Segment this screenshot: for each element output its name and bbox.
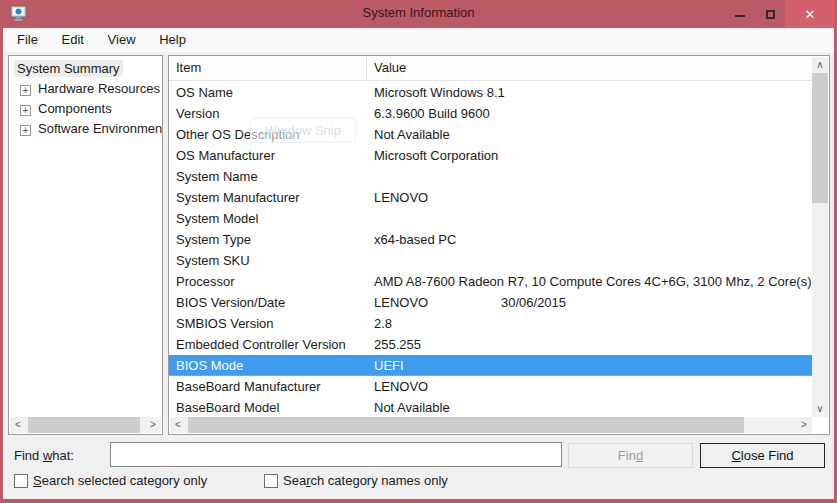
find-button[interactable]: Find — [568, 443, 693, 468]
row-value: Not Available — [374, 124, 450, 145]
list-row[interactable]: System Type x64-based PC — [169, 229, 812, 250]
scroll-up-icon[interactable]: ∧ — [812, 57, 828, 73]
list-row[interactable]: System SKU — [169, 250, 812, 271]
expand-plus-icon[interactable]: + — [20, 105, 31, 116]
list-row[interactable]: Version 6.3.9600 Build 9600 — [169, 103, 812, 124]
row-item-label: System Name — [176, 166, 258, 187]
scrollbar-thumb[interactable] — [28, 417, 140, 433]
scroll-left-icon[interactable]: < — [170, 417, 186, 433]
list-row[interactable]: BaseBoard Manufacturer LENOVO — [169, 376, 812, 397]
row-value: Not Available — [374, 397, 450, 418]
menu-help[interactable]: Help — [149, 28, 196, 47]
scrollbar-thumb[interactable] — [188, 417, 744, 433]
row-value: AMD A8-7600 Radeon R7, 10 Compute Cores … — [374, 271, 812, 292]
row-item-label: BaseBoard Manufacturer — [176, 376, 321, 397]
find-what-label: Find what: — [14, 448, 74, 463]
row-item-label: Version — [176, 103, 219, 124]
row-value: Microsoft Windows 8.1 — [374, 82, 505, 103]
list-row[interactable]: Other OS Description Not Available — [169, 124, 812, 145]
list-row[interactable]: Processor AMD A8-7600 Radeon R7, 10 Comp… — [169, 271, 812, 292]
scroll-left-icon[interactable]: < — [10, 417, 26, 433]
list-row[interactable]: System Manufacturer LENOVO — [169, 187, 812, 208]
list-row[interactable]: BaseBoard Model Not Available — [169, 397, 812, 418]
column-header-value[interactable]: Value — [374, 60, 406, 75]
menu-view[interactable]: View — [98, 28, 146, 47]
list-header: Item Value — [169, 56, 812, 81]
row-item-label: BIOS Version/Date — [176, 292, 285, 313]
menu-file[interactable]: File — [7, 28, 48, 47]
minimize-icon — [735, 15, 745, 17]
search-category-names-label: Search category names only — [283, 473, 448, 488]
search-selected-category-label: Search selected category only — [33, 473, 207, 488]
row-item-label: System SKU — [176, 250, 250, 271]
list-row[interactable]: BIOS Version/Date LENOVO 30/06/2015 — [169, 292, 812, 313]
row-value: Microsoft Corporation — [374, 145, 498, 166]
minimize-button[interactable] — [725, 0, 755, 28]
search-selected-category-checkbox[interactable] — [14, 474, 28, 488]
row-value: 2.8 — [374, 313, 392, 334]
tree-item-software-environment[interactable]: +Software Environment — [9, 119, 162, 139]
details-list: Item Value OS Name Microsoft Windows 8.1… — [168, 55, 830, 435]
list-row[interactable]: OS Name Microsoft Windows 8.1 — [169, 82, 812, 103]
row-item-label: System Type — [176, 229, 251, 250]
expand-plus-icon[interactable]: + — [20, 125, 31, 136]
row-item-label: Embedded Controller Version — [176, 334, 346, 355]
find-input[interactable] — [110, 442, 562, 467]
list-row[interactable]: System Name — [169, 166, 812, 187]
row-item-label: Processor — [176, 271, 235, 292]
search-category-names-checkbox[interactable] — [264, 474, 278, 488]
tree-item-system-summary[interactable]: System Summary — [9, 59, 162, 79]
maximize-button[interactable] — [755, 0, 785, 28]
scroll-right-icon[interactable]: > — [145, 417, 161, 433]
window-title: System Information — [0, 5, 837, 20]
list-row[interactable]: OS Manufacturer Microsoft Corporation — [169, 145, 812, 166]
row-item-label: BIOS Mode — [176, 355, 243, 376]
row-value: x64-based PC — [374, 229, 456, 250]
tree-item-components[interactable]: +Components — [9, 99, 162, 119]
tree-horizontal-scrollbar[interactable]: < > — [10, 417, 161, 433]
tree-item-hardware-resources[interactable]: +Hardware Resources — [9, 79, 162, 99]
list-horizontal-scrollbar[interactable]: < > — [170, 417, 812, 433]
list-row[interactable]: SMBIOS Version 2.8 — [169, 313, 812, 334]
column-divider[interactable] — [366, 58, 367, 78]
row-value: LENOVO — [374, 376, 428, 397]
content-area: System Summary +Hardware Resources +Comp… — [3, 52, 834, 499]
row-item-label: OS Manufacturer — [176, 145, 275, 166]
row-value: UEFI — [374, 355, 404, 376]
list-row[interactable]: System Model — [169, 208, 812, 229]
close-button[interactable]: ✕ — [785, 0, 835, 28]
row-value: LENOVO — [374, 292, 428, 313]
row-value: LENOVO — [374, 187, 428, 208]
close-icon: ✕ — [805, 7, 816, 22]
list-row[interactable]: BIOS Mode UEFI — [169, 355, 812, 376]
scroll-down-icon[interactable]: ∨ — [812, 401, 828, 417]
row-item-label: BaseBoard Model — [176, 397, 279, 418]
expand-plus-icon[interactable]: + — [20, 85, 31, 96]
close-find-button[interactable]: Close Find — [700, 443, 825, 468]
scrollbar-thumb[interactable] — [812, 73, 828, 203]
column-header-item[interactable]: Item — [176, 60, 201, 75]
list-rows: OS Name Microsoft Windows 8.1 Version 6.… — [169, 82, 812, 418]
system-information-window: System Information ✕ File Edit View Help… — [0, 0, 837, 503]
row-item-label: System Model — [176, 208, 258, 229]
row-value2: 30/06/2015 — [501, 292, 566, 313]
list-vertical-scrollbar[interactable]: ∧ ∨ — [812, 57, 828, 417]
row-item-label: OS Name — [176, 82, 233, 103]
row-value: 6.3.9600 Build 9600 — [374, 103, 490, 124]
category-tree: System Summary +Hardware Resources +Comp… — [8, 55, 163, 435]
row-item-label: Other OS Description — [176, 124, 300, 145]
row-item-label: SMBIOS Version — [176, 313, 274, 334]
title-bar[interactable]: System Information ✕ — [0, 0, 837, 28]
row-item-label: System Manufacturer — [176, 187, 300, 208]
row-value: 255.255 — [374, 334, 421, 355]
scroll-right-icon[interactable]: > — [796, 417, 812, 433]
menu-bar: File Edit View Help — [3, 28, 834, 52]
menu-edit[interactable]: Edit — [52, 28, 94, 47]
list-row[interactable]: Embedded Controller Version 255.255 — [169, 334, 812, 355]
maximize-icon — [766, 10, 775, 19]
